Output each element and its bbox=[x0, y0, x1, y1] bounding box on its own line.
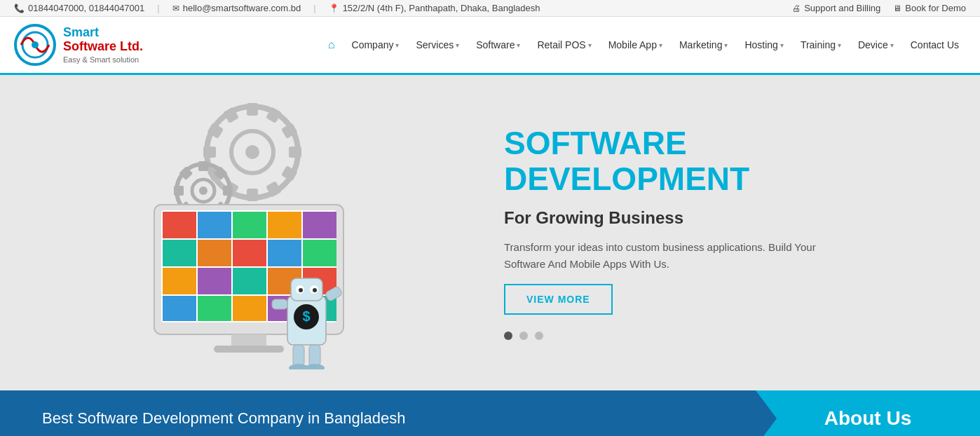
nav-marketing-chevron: ▾ bbox=[724, 41, 728, 49]
logo-link[interactable]: Smart Software Ltd. Easy & Smart solutio… bbox=[14, 24, 168, 66]
svg-rect-12 bbox=[247, 189, 258, 201]
support-label: Support and Billing bbox=[804, 3, 880, 13]
email-icon bbox=[172, 3, 179, 13]
nav-company-chevron: ▾ bbox=[395, 41, 399, 49]
view-more-button[interactable]: VIEW MORE bbox=[504, 284, 613, 315]
svg-point-66 bbox=[305, 364, 325, 369]
nav-hosting[interactable]: Hosting ▾ bbox=[737, 34, 790, 56]
nav-training[interactable]: Training ▾ bbox=[794, 34, 848, 56]
slider-dot-2[interactable] bbox=[519, 332, 528, 340]
svg-point-20 bbox=[199, 186, 207, 195]
about-us-label: About Us bbox=[824, 407, 911, 430]
book-demo-link[interactable]: Book for Demo bbox=[893, 3, 966, 13]
nav-software[interactable]: Software ▾ bbox=[469, 34, 527, 56]
nav-retail-pos[interactable]: Retail POS ▾ bbox=[530, 34, 598, 56]
svg-rect-27 bbox=[174, 186, 184, 196]
svg-rect-63 bbox=[293, 345, 304, 366]
logo-software: Software Ltd. bbox=[63, 39, 143, 53]
svg-rect-45 bbox=[233, 268, 266, 294]
nav-services-chevron: ▾ bbox=[456, 41, 459, 49]
nav-training-label: Training bbox=[801, 39, 836, 50]
bottom-arrow bbox=[756, 390, 777, 436]
email-item: hello@smartsoftware.com.bd bbox=[172, 3, 301, 13]
svg-rect-48 bbox=[163, 296, 196, 321]
svg-point-61 bbox=[299, 288, 303, 292]
nav-home[interactable]: ⌂ bbox=[321, 33, 342, 57]
svg-rect-39 bbox=[198, 240, 231, 266]
nav-retail-pos-label: Retail POS bbox=[537, 39, 585, 50]
hero-section: $ SOFTWARE DEVELOPMENT bbox=[0, 75, 980, 390]
demo-icon bbox=[893, 3, 901, 13]
slider-dot-3[interactable] bbox=[535, 332, 543, 340]
nav-mobile-app-chevron: ▾ bbox=[659, 41, 662, 49]
nav-services[interactable]: Services ▾ bbox=[409, 34, 466, 56]
svg-rect-49 bbox=[198, 296, 231, 321]
bottom-bar: Best Software Development Company in Ban… bbox=[0, 390, 980, 436]
top-bar: 01844047000, 01844047001 | hello@smartso… bbox=[0, 0, 980, 17]
svg-rect-21 bbox=[198, 161, 208, 171]
svg-rect-53 bbox=[231, 334, 266, 347]
hero-title: SOFTWARE DEVELOPMENT bbox=[504, 125, 924, 196]
nav-hosting-chevron: ▾ bbox=[780, 41, 784, 49]
bottom-left: Best Software Development Company in Ban… bbox=[0, 390, 756, 436]
svg-rect-41 bbox=[268, 240, 301, 266]
nav-contact-label: Contact Us bbox=[911, 39, 959, 50]
hero-svg: $ bbox=[133, 96, 400, 369]
svg-rect-67 bbox=[272, 299, 287, 309]
nav-software-label: Software bbox=[476, 39, 515, 50]
svg-rect-15 bbox=[203, 147, 216, 158]
logo-svg bbox=[14, 24, 56, 66]
nav-device-chevron: ▾ bbox=[890, 41, 894, 49]
slider-dots bbox=[504, 332, 924, 340]
slider-dot-1[interactable] bbox=[504, 332, 512, 340]
svg-rect-33 bbox=[163, 212, 196, 238]
svg-rect-37 bbox=[303, 212, 336, 238]
nav-training-chevron: ▾ bbox=[838, 41, 841, 49]
svg-rect-40 bbox=[233, 240, 266, 266]
svg-rect-50 bbox=[233, 296, 266, 321]
nav-company[interactable]: Company ▾ bbox=[345, 34, 407, 56]
svg-rect-23 bbox=[223, 186, 233, 196]
nav-device-label: Device bbox=[858, 39, 888, 50]
nav-company-label: Company bbox=[352, 39, 394, 50]
header: Smart Software Ltd. Easy & Smart solutio… bbox=[0, 17, 980, 75]
svg-rect-42 bbox=[303, 240, 336, 266]
svg-rect-38 bbox=[163, 240, 196, 266]
svg-rect-35 bbox=[233, 212, 266, 238]
svg-rect-54 bbox=[214, 346, 284, 353]
nav-hosting-label: Hosting bbox=[744, 39, 777, 50]
svg-rect-9 bbox=[289, 147, 301, 158]
svg-point-2 bbox=[32, 41, 39, 48]
nav-marketing[interactable]: Marketing ▾ bbox=[672, 34, 735, 56]
nav-contact[interactable]: Contact Us bbox=[904, 34, 966, 56]
nav-mobile-app[interactable]: Mobile App ▾ bbox=[601, 34, 669, 56]
nav-marketing-label: Marketing bbox=[679, 39, 722, 50]
svg-rect-6 bbox=[247, 103, 258, 116]
phone-number: 01844047000, 01844047001 bbox=[28, 3, 144, 13]
email-address: hello@smartsoftware.com.bd bbox=[183, 3, 301, 13]
support-billing-link[interactable]: Support and Billing bbox=[792, 3, 880, 13]
svg-point-5 bbox=[245, 145, 259, 159]
separator-1: | bbox=[157, 3, 159, 13]
svg-text:$: $ bbox=[302, 308, 310, 324]
hero-description: Transform your ideas into custom busines… bbox=[504, 239, 841, 273]
hero-subtitle: For Growing Business bbox=[504, 208, 924, 228]
about-us-section[interactable]: About Us bbox=[756, 390, 980, 436]
bottom-tagline: Best Software Development Company in Ban… bbox=[42, 409, 406, 428]
hero-illustration: $ bbox=[56, 96, 476, 369]
svg-rect-64 bbox=[309, 345, 320, 366]
logo-subtitle: Easy & Smart solution bbox=[63, 55, 143, 64]
home-icon: ⌂ bbox=[328, 39, 335, 51]
logo-text: Smart Software Ltd. Easy & Smart solutio… bbox=[63, 26, 143, 64]
nav-mobile-app-label: Mobile App bbox=[608, 39, 657, 50]
hero-content: SOFTWARE DEVELOPMENT For Growing Busines… bbox=[476, 125, 924, 339]
support-icon bbox=[792, 3, 801, 13]
location-icon bbox=[329, 3, 339, 13]
svg-rect-43 bbox=[163, 268, 196, 294]
nav-software-chevron: ▾ bbox=[517, 41, 520, 49]
nav-services-label: Services bbox=[416, 39, 454, 50]
address-text: 152/2/N (4th F), Panthapath, Dhaka, Bang… bbox=[343, 3, 540, 13]
nav-device[interactable]: Device ▾ bbox=[851, 34, 901, 56]
svg-point-62 bbox=[313, 288, 317, 292]
logo-smart: Smart bbox=[63, 25, 99, 39]
